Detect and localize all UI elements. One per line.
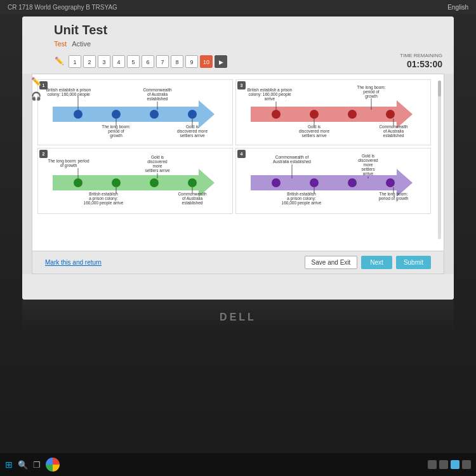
svg-text:established: established [147,96,168,101]
svg-point-4 [188,110,197,119]
save-exit-button[interactable]: Save and Exit [305,256,358,269]
svg-text:discovered more: discovered more [177,129,208,133]
scrollbar[interactable] [438,81,441,239]
svg-text:growth: growth [365,94,378,99]
timeline-option-3[interactable]: 3 British establish a prison colony: 160… [235,79,431,145]
search-taskbar-button[interactable]: 🔍 [18,460,28,470]
nav-btn-9[interactable]: 9 [185,55,198,68]
nav-btn-7[interactable]: 7 [156,55,169,68]
svg-point-3 [150,110,159,119]
svg-text:Commonwealth of: Commonwealth of [275,155,309,159]
svg-text:of Australia: of Australia [182,196,203,201]
svg-point-23 [348,110,357,119]
nav-next-arrow[interactable]: ▶ [215,55,227,68]
tray-icon-2 [439,460,448,469]
svg-text:arrive: arrive [363,171,374,176]
svg-point-65 [348,178,357,187]
option-2-number: 2 [39,150,48,158]
windows-start-button[interactable]: ⊞ [5,459,13,470]
svg-text:discovered: discovered [358,158,378,162]
svg-text:of Australia: of Australia [383,129,404,133]
svg-text:160,000 people arrive: 160,000 people arrive [84,201,124,206]
timeline-2-svg: The long boom: period of growth Gold is … [41,151,230,208]
svg-point-21 [272,110,281,119]
nav-btn-8[interactable]: 8 [171,55,183,68]
time-remaining-value: 01:53:00 [407,59,442,69]
svg-text:British establish: British establish [287,192,316,196]
next-button[interactable]: Next [361,256,392,269]
nav-btn-6[interactable]: 6 [142,55,154,68]
svg-text:more: more [364,162,373,167]
timeline-option-4[interactable]: 4 Commonwealth of Australia established … [235,148,431,214]
svg-text:Gold is: Gold is [362,154,375,158]
svg-text:period of growth: period of growth [379,196,409,201]
nav-btn-10-active[interactable]: 10 [200,55,213,68]
svg-point-44 [150,178,159,187]
svg-point-66 [386,178,395,187]
svg-text:more: more [153,164,162,168]
time-remaining-label: TIME REMAINING [400,53,442,58]
svg-text:established: established [182,201,203,205]
option-4-number: 4 [237,150,246,158]
nav-btn-5[interactable]: 5 [127,55,140,68]
svg-point-63 [272,178,281,187]
nav-btn-3[interactable]: 3 [98,55,110,68]
timeline-option-2[interactable]: 2 The long boom: period of growth Gold i… [37,148,233,214]
svg-text:discovered: discovered [147,159,168,164]
dell-logo: DELL [220,312,256,323]
headphone-icon[interactable]: 🎧 [31,91,41,101]
test-status: Test [54,40,67,48]
svg-point-2 [112,110,121,119]
timeline-4-svg: Commonwealth of Australia established Go… [239,151,428,208]
svg-text:settlers arrive: settlers arrive [301,133,326,138]
svg-text:settlers arrive: settlers arrive [180,133,204,138]
chrome-icon[interactable] [46,458,60,472]
task-view-button[interactable]: ❐ [33,460,41,470]
timeline-3-svg: British establish a prison colony: 160,0… [239,83,428,140]
nav-btn-1[interactable]: 1 [69,55,81,68]
submit-button[interactable]: Submit [396,256,431,269]
tray-icon-3 [451,460,459,469]
timeline-option-1[interactable]: 1 British establish a prison colony: 160… [37,79,233,145]
svg-text:160,000 people arrive: 160,000 people arrive [282,201,322,206]
svg-text:established: established [383,133,404,138]
tray-icon-4 [462,460,471,469]
svg-text:discovered more: discovered more [299,129,329,133]
pencil-icon[interactable]: ✏️ [54,56,64,67]
svg-text:colony: 160,000 people: colony: 160,000 people [47,92,90,97]
svg-text:Commonwealth: Commonwealth [143,88,172,92]
svg-point-42 [74,178,83,187]
svg-text:Gold is: Gold is [151,155,164,159]
language-selector[interactable]: English [447,4,468,11]
test-active: Active [72,40,91,48]
svg-text:growth: growth [110,133,122,138]
unit-test-title: Unit Test [54,23,422,37]
nav-btn-4[interactable]: 4 [112,55,125,68]
nav-btn-2[interactable]: 2 [83,55,96,68]
tray-icon-1 [428,460,437,469]
svg-text:Australia established: Australia established [273,159,311,164]
svg-point-64 [310,178,319,187]
mark-return-link[interactable]: Mark this and return [45,259,102,266]
app-title: CR 1718 World Geography B TRSYAG [8,4,117,11]
svg-point-22 [310,110,319,119]
svg-point-1 [74,110,83,119]
svg-point-24 [386,110,395,119]
svg-point-45 [188,178,197,187]
svg-text:arrive: arrive [265,96,275,101]
timeline-1-svg: British establish a prison colony: 160,0… [41,83,230,140]
pencil-tool-icon[interactable]: ✏️ [31,77,41,86]
svg-point-43 [112,178,121,187]
scrollbar-thumb [438,81,441,96]
svg-text:British establish: British establish [89,192,118,196]
svg-text:of Australia: of Australia [147,92,168,96]
svg-text:of growth: of growth [60,163,77,168]
option-3-number: 3 [237,81,246,89]
svg-text:settlers arrive: settlers arrive [145,168,169,173]
svg-text:settlers: settlers [362,167,376,171]
